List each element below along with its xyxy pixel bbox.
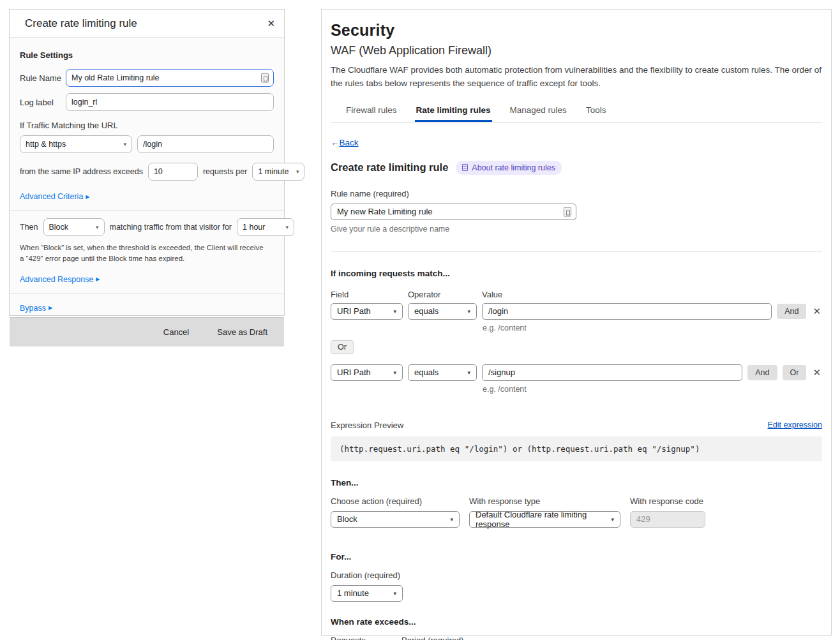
operator-select[interactable]: equals ▾ [408,303,477,320]
exceeds-label: from the same IP address exceeds [20,167,143,176]
period-value: 1 minute [258,167,289,176]
save-as-draft-button[interactable]: Save as Draft [217,327,267,337]
advanced-criteria-link[interactable]: Advanced Criteria▶ [20,192,90,201]
dialog-body: Rule Settings Rule Name My old Rate Limi… [10,38,284,317]
value-column-label: Value [482,290,822,299]
remove-row-icon[interactable]: ✕ [811,306,822,317]
remove-row-icon[interactable]: ✕ [811,367,822,378]
divider [10,293,284,294]
operator-select[interactable]: equals ▾ [408,364,477,381]
waf-tabs: Firewall rules Rate limiting rules Manag… [331,101,822,123]
match-row: URI Path ▾ equals ▾ /signup And Or ✕ [331,364,822,381]
security-waf-panel: Security WAF (Web Application Firewall) … [321,9,832,636]
url-value: /login [143,140,162,149]
chevron-down-icon: ▾ [467,369,470,376]
requests-per-label: requests per [203,167,247,176]
value-input[interactable]: /signup [482,364,742,381]
chevron-down-icon: ▾ [393,590,396,597]
duration-value: 1 minute [337,588,369,598]
rule-name-input[interactable]: My new Rate Limiting rule [331,204,576,220]
and-button[interactable]: And [777,304,806,319]
response-type-select[interactable]: Default Cloudflare rate limiting respons… [469,511,620,528]
triangle-right-icon: ▶ [86,194,89,200]
period-select[interactable]: 1 minute ▾ [252,163,304,181]
page-subtitle: WAF (Web Application Firewall) [331,44,822,57]
about-rate-limiting-badge[interactable]: About rate limiting rules [456,161,562,175]
action-value: Block [337,514,357,524]
chevron-down-icon: ▾ [467,308,470,315]
or-connector-button[interactable]: Or [331,340,354,354]
value-text: /signup [488,368,515,377]
advanced-response-link[interactable]: Advanced Response▶ [20,275,100,284]
dialog-footer: Cancel Save as Draft [10,317,284,346]
matching-label: matching traffic from that visitor for [110,223,232,232]
screenshot-stage: Create rate limiting rule ✕ Rule Setting… [0,0,840,640]
field-select[interactable]: URI Path ▾ [331,303,403,320]
scheme-select[interactable]: http & https ▾ [20,135,132,153]
close-icon[interactable]: ✕ [267,19,275,28]
chevron-down-icon: ▾ [123,141,126,147]
tab-managed-rules[interactable]: Managed rules [509,101,568,122]
match-row: URI Path ▾ equals ▾ /login And ✕ [331,303,822,320]
value-input[interactable]: /login [482,303,772,320]
tab-firewall-rules[interactable]: Firewall rules [345,101,398,122]
action-select[interactable]: Block ▾ [43,218,105,236]
badge-label: About rate limiting rules [472,163,555,172]
autofill-icon[interactable] [261,73,269,83]
and-button[interactable]: And [747,365,777,380]
value-hint: e.g. /content [483,385,822,394]
dialog-title: Create rate limiting rule [25,17,137,30]
duration-value: 1 hour [243,223,265,232]
threshold-row: from the same IP address exceeds 10 requ… [20,163,274,181]
cancel-button[interactable]: Cancel [163,327,189,337]
edit-expression-link[interactable]: Edit expression [768,420,822,429]
requests-input[interactable]: 10 [148,163,198,181]
response-code-label: With response code [630,496,705,506]
url-input[interactable]: /login [137,135,274,153]
duration-select[interactable]: 1 minute ▾ [331,585,403,602]
operator-value: equals [414,368,439,377]
or-button[interactable]: Or [783,365,807,380]
action-select[interactable]: Block ▾ [331,511,460,528]
url-match-row: http & https ▾ /login [20,135,274,153]
autofill-icon[interactable] [564,207,571,216]
rule-name-input[interactable]: My old Rate Limiting rule [66,69,274,87]
advanced-response-label: Advanced Response [20,275,93,284]
rule-name-row: Rule Name My old Rate Limiting rule [20,69,274,87]
back-arrow-icon: ← [331,138,340,147]
action-label: Choose action (required) [331,496,460,506]
scheme-value: http & https [26,140,66,149]
bypass-label: Bypass [20,304,46,313]
operator-value: equals [414,306,439,316]
expression-preview-code: (http.request.uri.path eq "/login") or (… [331,436,822,461]
log-label-input[interactable]: login_rl [66,93,274,111]
bypass-link[interactable]: Bypass▶ [20,304,52,313]
rule-name-label: Rule name (required) [331,189,822,198]
chevron-down-icon: ▾ [296,168,299,175]
page-description: The Cloudflare WAF provides both automat… [331,64,822,91]
triangle-right-icon: ▶ [96,276,100,282]
expression-preview-label: Expression Preview [331,420,403,430]
period-label: Period (required) [401,636,464,640]
response-type-label: With response type [469,496,620,506]
duration-label: Duration (required) [331,570,822,580]
back-link[interactable]: ←Back [331,138,359,147]
log-label-row: Log label login_rl [20,93,274,111]
field-select[interactable]: URI Path ▾ [331,364,403,381]
legacy-rate-limit-dialog: Create rate limiting rule ✕ Rule Setting… [9,9,285,316]
response-code-value: 429 [636,514,650,524]
rule-name-value: My new Rate Limiting rule [337,207,433,216]
page-title: Security [331,21,822,40]
divider [10,210,284,211]
field-value: URI Path [337,306,371,316]
log-label-value: login_rl [71,98,97,107]
back-label: Back [340,138,359,147]
triangle-right-icon: ▶ [49,305,52,311]
value-text: /login [488,306,508,316]
tab-rate-limiting-rules[interactable]: Rate limiting rules [415,101,492,122]
tab-tools[interactable]: Tools [585,101,608,122]
duration-select[interactable]: 1 hour ▾ [237,218,294,236]
document-icon [462,164,468,171]
response-code-input: 429 [630,511,705,528]
action-value: Block [49,223,69,232]
